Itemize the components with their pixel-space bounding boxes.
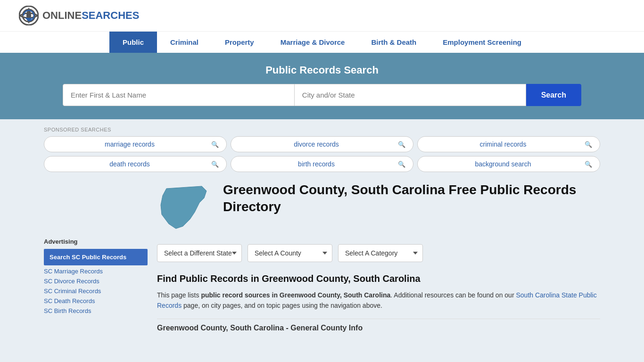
search-icon-divorce: 🔍	[398, 141, 405, 148]
nav-item-marriage-divorce[interactable]: Marriage & Divorce	[267, 32, 358, 53]
sidebar-link-birth[interactable]: SC Birth Records	[44, 306, 148, 316]
category-dropdown[interactable]: Select A Category	[338, 244, 423, 262]
search-icon-criminal: 🔍	[585, 141, 592, 148]
site-logo[interactable]: ONLINESEARCHES	[19, 6, 139, 25]
sponsored-link-marriage[interactable]: marriage records	[52, 140, 207, 148]
main-wrap: SPONSORED SEARCHES marriage records 🔍 di…	[30, 127, 614, 337]
sponsored-tag-marriage[interactable]: marriage records 🔍	[44, 136, 227, 152]
sponsored-grid: marriage records 🔍 divorce records 🔍 cri…	[44, 136, 600, 172]
sidebar-link-marriage[interactable]: SC Marriage Records	[44, 266, 148, 276]
main-content: Greenwood County, South Carolina Free Pu…	[157, 181, 600, 337]
nav-item-public[interactable]: Public	[109, 32, 157, 53]
logo-icon	[19, 6, 39, 25]
state-dropdown[interactable]: Select a Different State	[157, 244, 242, 262]
sidebar-link-death[interactable]: SC Death Records	[44, 296, 148, 306]
search-banner: Public Records Search Search	[0, 53, 644, 119]
sponsored-tag-background[interactable]: background search 🔍	[417, 156, 600, 172]
nav-item-birth-death[interactable]: Birth & Death	[358, 32, 429, 53]
content-layout: Advertising Search SC Public Records SC …	[44, 181, 600, 337]
body-text-intro: This page lists public record sources in…	[157, 290, 600, 311]
search-icon-marriage: 🔍	[211, 141, 219, 148]
sponsored-label: SPONSORED SEARCHES	[44, 127, 600, 132]
search-icon-birth: 🔍	[398, 161, 405, 168]
sponsored-tag-death[interactable]: death records 🔍	[44, 156, 227, 172]
nav-item-employment[interactable]: Employment Screening	[429, 32, 535, 53]
sponsored-link-background[interactable]: background search	[425, 160, 581, 168]
state-shape	[157, 181, 214, 235]
search-row: Search	[63, 84, 581, 106]
county-dropdown[interactable]: Select A County	[248, 244, 332, 262]
sponsored-tag-birth[interactable]: birth records 🔍	[231, 156, 413, 172]
main-nav: Public Criminal Property Marriage & Divo…	[0, 31, 644, 53]
search-banner-title: Public Records Search	[19, 64, 625, 76]
search-icon-background: 🔍	[585, 161, 592, 168]
body-text-part3: page, on city pages, and on topic pages …	[182, 302, 382, 309]
search-button[interactable]: Search	[526, 84, 581, 106]
logo-text: ONLINESEARCHES	[42, 9, 139, 22]
body-text-part1: This page lists	[157, 291, 201, 299]
sidebar-link-criminal[interactable]: SC Criminal Records	[44, 286, 148, 296]
body-text-part2: . Additional resources can be found on o…	[390, 291, 516, 299]
search-icon-death: 🔍	[211, 161, 219, 168]
nav-item-criminal[interactable]: Criminal	[157, 32, 212, 53]
page-title: Greenwood County, South Carolina Free Pu…	[223, 181, 600, 216]
name-search-input[interactable]	[63, 84, 295, 106]
sponsored-link-birth[interactable]: birth records	[239, 160, 394, 168]
nav-item-property[interactable]: Property	[212, 32, 267, 53]
sidebar-ad-label: Advertising	[44, 238, 148, 245]
sidebar: Advertising Search SC Public Records SC …	[44, 181, 148, 337]
sidebar-featured-link[interactable]: Search SC Public Records	[44, 249, 148, 265]
sponsored-tag-divorce[interactable]: divorce records 🔍	[231, 136, 413, 152]
site-header: ONLINESEARCHES	[0, 0, 644, 31]
city-search-input[interactable]	[295, 84, 526, 106]
sponsored-link-divorce[interactable]: divorce records	[239, 140, 394, 148]
dropdowns-row: Select a Different State Select A County…	[157, 244, 600, 262]
find-heading: Find Public Records in Greenwood County,…	[157, 273, 600, 284]
body-text-bold: public record sources in Greenwood Count…	[201, 291, 390, 299]
sponsored-link-criminal[interactable]: criminal records	[425, 140, 581, 148]
state-header: Greenwood County, South Carolina Free Pu…	[157, 181, 600, 235]
sponsored-tag-criminal[interactable]: criminal records 🔍	[417, 136, 600, 152]
county-info-heading: Greenwood County, South Carolina - Gener…	[157, 319, 600, 337]
sponsored-link-death[interactable]: death records	[52, 160, 207, 168]
sidebar-link-divorce[interactable]: SC Divorce Records	[44, 276, 148, 286]
